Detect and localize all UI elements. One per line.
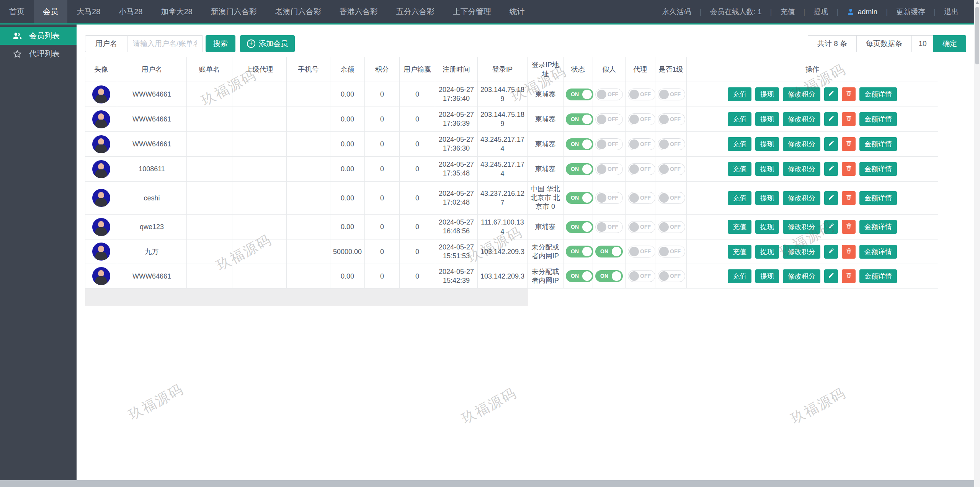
scroll-up-arrow-icon[interactable]: [975, 1, 979, 4]
status-toggle[interactable]: ON: [566, 89, 593, 100]
agent-toggle[interactable]: OFF: [628, 246, 655, 257]
level1-toggle[interactable]: OFF: [658, 270, 685, 282]
search-input[interactable]: [127, 35, 203, 52]
modify-points-button[interactable]: 修改积分: [783, 220, 820, 234]
recharge-button[interactable]: 充值: [728, 269, 751, 283]
level1-toggle[interactable]: OFF: [658, 113, 685, 125]
delete-button[interactable]: [842, 162, 856, 176]
agent-toggle[interactable]: OFF: [628, 192, 655, 204]
nav-menu-item[interactable]: 老澳门六合彩: [266, 0, 330, 23]
status-toggle[interactable]: ON: [566, 221, 593, 233]
agent-toggle[interactable]: OFF: [628, 89, 655, 100]
modify-points-button[interactable]: 修改积分: [783, 191, 820, 205]
withdraw-button[interactable]: 提现: [755, 245, 779, 259]
modify-points-button[interactable]: 修改积分: [783, 162, 820, 176]
delete-button[interactable]: [842, 191, 856, 205]
recharge-button[interactable]: 充值: [728, 220, 751, 234]
modify-points-button[interactable]: 修改积分: [783, 87, 820, 101]
agent-toggle[interactable]: OFF: [628, 138, 655, 150]
fake-user-toggle[interactable]: OFF: [595, 221, 623, 233]
edit-button[interactable]: [824, 220, 838, 234]
delete-button[interactable]: [842, 245, 856, 259]
withdraw-button[interactable]: 提现: [755, 191, 779, 205]
agent-toggle[interactable]: OFF: [628, 270, 655, 282]
recharge-button[interactable]: 充值: [728, 87, 751, 101]
nav-menu-item[interactable]: 上下分管理: [444, 0, 500, 23]
per-page-input[interactable]: [911, 35, 934, 52]
withdraw-button[interactable]: 提现: [755, 87, 779, 101]
edit-button[interactable]: [824, 87, 838, 101]
admin-account[interactable]: admin: [828, 8, 877, 16]
amount-details-button[interactable]: 金额详情: [859, 269, 897, 283]
confirm-button[interactable]: 确定: [933, 35, 966, 52]
status-toggle[interactable]: ON: [566, 270, 593, 282]
amount-details-button[interactable]: 金额详情: [859, 137, 897, 151]
delete-button[interactable]: [842, 137, 856, 151]
level1-toggle[interactable]: OFF: [658, 192, 685, 204]
sidebar-item-agent-list[interactable]: 代理列表: [0, 45, 77, 63]
nav-menu-item[interactable]: 小马28: [109, 0, 152, 23]
status-toggle[interactable]: ON: [566, 113, 593, 125]
amount-details-button[interactable]: 金额详情: [859, 245, 897, 259]
level1-toggle[interactable]: OFF: [658, 138, 685, 150]
status-toggle[interactable]: ON: [566, 138, 593, 150]
delete-button[interactable]: [842, 112, 856, 126]
agent-toggle[interactable]: OFF: [628, 163, 655, 175]
nav-menu-item[interactable]: 统计: [500, 0, 534, 23]
status-toggle[interactable]: ON: [566, 192, 593, 204]
edit-button[interactable]: [824, 137, 838, 151]
amount-details-button[interactable]: 金额详情: [859, 162, 897, 176]
refresh-cache-link[interactable]: 更新缓存: [877, 7, 925, 17]
fake-user-toggle[interactable]: OFF: [595, 138, 623, 150]
nav-menu-item[interactable]: 香港六合彩: [330, 0, 387, 23]
nav-menu-item[interactable]: 五分六合彩: [387, 0, 444, 23]
withdraw-button[interactable]: 提现: [755, 137, 779, 151]
recharge-button[interactable]: 充值: [728, 191, 751, 205]
edit-button[interactable]: [824, 269, 838, 283]
recharge-button[interactable]: 充值: [728, 137, 751, 151]
modify-points-button[interactable]: 修改积分: [783, 137, 820, 151]
recharge-button[interactable]: 充值: [728, 162, 751, 176]
modify-points-button[interactable]: 修改积分: [783, 269, 820, 283]
withdraw-button[interactable]: 提现: [755, 269, 779, 283]
nav-menu-item[interactable]: 加拿大28: [152, 0, 202, 23]
withdraw-link[interactable]: 提现: [795, 7, 828, 17]
recharge-button[interactable]: 充值: [728, 245, 751, 259]
recharge-link[interactable]: 充值: [762, 7, 795, 17]
amount-details-button[interactable]: 金额详情: [859, 112, 897, 126]
fake-user-toggle[interactable]: OFF: [595, 163, 623, 175]
edit-button[interactable]: [824, 191, 838, 205]
edit-button[interactable]: [824, 112, 838, 126]
fake-user-toggle[interactable]: OFF: [595, 113, 623, 125]
sidebar-item-member-list[interactable]: 会员列表: [0, 27, 77, 45]
vertical-scrollbar[interactable]: [974, 0, 980, 487]
level1-toggle[interactable]: OFF: [658, 246, 685, 257]
recharge-button[interactable]: 充值: [728, 112, 751, 126]
level1-toggle[interactable]: OFF: [658, 89, 685, 100]
amount-details-button[interactable]: 金额详情: [859, 87, 897, 101]
search-button[interactable]: 搜索: [206, 35, 235, 52]
level1-toggle[interactable]: OFF: [658, 221, 685, 233]
nav-menu-item[interactable]: 大马28: [67, 0, 109, 23]
nav-menu-item[interactable]: 首页: [0, 0, 34, 23]
withdraw-button[interactable]: 提现: [755, 162, 779, 176]
nav-menu-item[interactable]: 会员: [34, 0, 67, 23]
withdraw-button[interactable]: 提现: [755, 112, 779, 126]
fake-user-toggle[interactable]: OFF: [595, 89, 623, 100]
delete-button[interactable]: [842, 87, 856, 101]
delete-button[interactable]: [842, 220, 856, 234]
logout-link[interactable]: 退出: [925, 7, 959, 17]
nav-menu-item[interactable]: 新澳门六合彩: [202, 0, 266, 23]
delete-button[interactable]: [842, 269, 856, 283]
amount-details-button[interactable]: 金额详情: [859, 191, 897, 205]
permanent-code-link[interactable]: 永久活码: [662, 7, 691, 17]
add-member-button[interactable]: + 添加会员: [240, 35, 295, 52]
fake-user-toggle[interactable]: OFF: [595, 192, 623, 204]
edit-button[interactable]: [824, 245, 838, 259]
agent-toggle[interactable]: OFF: [628, 113, 655, 125]
scrollbar-thumb[interactable]: [975, 7, 979, 64]
withdraw-button[interactable]: 提现: [755, 220, 779, 234]
status-toggle[interactable]: ON: [566, 163, 593, 175]
status-toggle[interactable]: ON: [566, 246, 593, 257]
agent-toggle[interactable]: OFF: [628, 221, 655, 233]
